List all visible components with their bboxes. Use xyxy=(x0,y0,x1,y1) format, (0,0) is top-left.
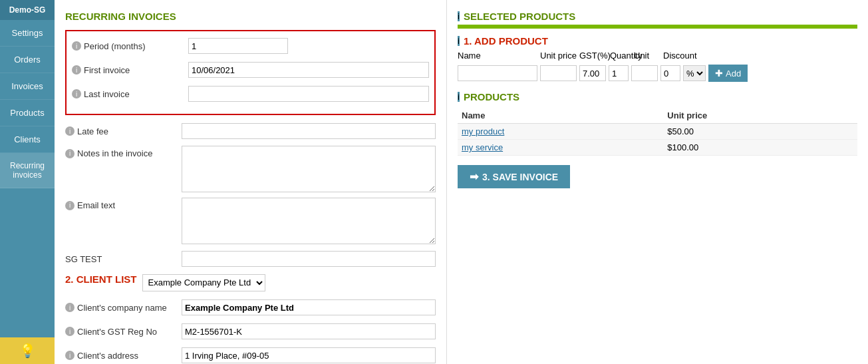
period-label: i Period (months) xyxy=(72,41,188,51)
last-invoice-info-icon[interactable]: i xyxy=(72,89,81,98)
period-info-icon[interactable]: i xyxy=(72,41,81,51)
products-info-icon[interactable]: i xyxy=(458,92,460,102)
add-product-headers: Name Unit price GST(%) Quantity Unit Dis… xyxy=(458,51,857,61)
period-input[interactable] xyxy=(188,38,288,54)
first-invoice-label: i First invoice xyxy=(72,65,188,75)
table-row: my product$50.00 xyxy=(458,124,857,140)
add-product-section: i 1. ADD PRODUCT Name Unit price GST(%) … xyxy=(458,35,857,82)
selected-products-bar xyxy=(458,25,857,29)
add-plus-icon: ✚ xyxy=(715,68,723,79)
notes-info-icon[interactable]: i xyxy=(65,149,74,158)
col-unitprice-header: Unit price xyxy=(663,108,857,124)
client-company-row: i Client's company name xyxy=(65,298,436,317)
late-fee-info-icon[interactable]: i xyxy=(65,126,74,136)
client-list-select[interactable]: Example Company Pte Ltd xyxy=(142,274,265,291)
ap-gst-input[interactable] xyxy=(579,65,606,81)
save-invoice-arrow-icon: ➡ xyxy=(470,170,478,183)
sidebar-item-orders[interactable]: Orders xyxy=(0,47,55,73)
ap-price-input[interactable] xyxy=(540,65,577,81)
add-product-header-row: i 1. ADD PRODUCT xyxy=(458,35,857,47)
sg-test-label: SG TEST xyxy=(65,254,182,264)
first-invoice-input[interactable] xyxy=(188,62,429,78)
add-product-button[interactable]: ✚ Add xyxy=(708,65,748,82)
late-fee-label: i Late fee xyxy=(65,126,182,136)
client-company-input[interactable] xyxy=(182,299,436,315)
col-name-header: Name xyxy=(458,108,663,124)
ap-qty-input[interactable] xyxy=(609,65,629,81)
products-header-row: i PRODUCTS xyxy=(458,91,857,102)
sg-test-input[interactable] xyxy=(182,251,436,267)
recurring-invoices-title: RECURRING INVOICES xyxy=(65,11,436,22)
products-title: PRODUCTS xyxy=(464,91,519,102)
sidebar-item-recurring[interactable]: Recurring invoices xyxy=(0,153,55,188)
last-invoice-input[interactable] xyxy=(188,86,429,102)
table-row: my service$100.00 xyxy=(458,140,857,156)
ap-discount-type-select[interactable]: % $ xyxy=(683,65,706,81)
client-address-input[interactable] xyxy=(182,347,436,363)
add-product-form: % $ ✚ Add xyxy=(458,65,857,82)
notes-textarea[interactable] xyxy=(182,146,436,192)
last-invoice-row: i Last invoice xyxy=(72,85,429,103)
save-invoice-button[interactable]: ➡ 3. SAVE INVOICE xyxy=(458,165,570,188)
client-address-label: i Client's address xyxy=(65,351,182,361)
add-product-title: 1. ADD PRODUCT xyxy=(464,35,548,47)
left-panel: RECURRING INVOICES i Period (months) i F… xyxy=(55,0,447,364)
selected-products-title: SELECTED PRODUCTS xyxy=(464,11,575,22)
first-invoice-row: i First invoice xyxy=(72,61,429,79)
sidebar-demo-label: Demo-SG xyxy=(0,0,55,20)
main-content: RECURRING INVOICES i Period (months) i F… xyxy=(55,0,868,364)
client-address-info-icon[interactable]: i xyxy=(65,351,74,360)
client-list-row: 2. CLIENT LIST Example Company Pte Ltd xyxy=(65,273,436,291)
sidebar-bottom-icon: 💡 xyxy=(0,337,55,364)
add-product-info-icon[interactable]: i xyxy=(458,36,460,46)
last-invoice-label: i Last invoice xyxy=(72,89,188,99)
client-gst-row: i Client's GST Reg No xyxy=(65,322,436,341)
ap-name-header: Name xyxy=(458,51,537,61)
sidebar-item-settings[interactable]: Settings xyxy=(0,20,55,47)
ap-unit-header: Unit xyxy=(634,51,660,61)
notes-row: i Notes in the invoice xyxy=(65,146,436,192)
sidebar: Demo-SG Settings Orders Invoices Product… xyxy=(0,0,55,364)
right-panel: i SELECTED PRODUCTS i 1. ADD PRODUCT Nam… xyxy=(447,0,868,364)
products-section: i PRODUCTS Name Unit price my product$50… xyxy=(458,91,857,156)
period-row: i Period (months) xyxy=(72,37,429,55)
client-list-title: 2. CLIENT LIST xyxy=(65,273,137,285)
ap-unit-input[interactable] xyxy=(631,65,658,81)
recurring-box: i Period (months) i First invoice i Last… xyxy=(65,30,436,115)
product-link[interactable]: my product xyxy=(462,126,504,136)
first-invoice-info-icon[interactable]: i xyxy=(72,65,81,75)
sidebar-item-invoices[interactable]: Invoices xyxy=(0,73,55,100)
product-price-cell: $100.00 xyxy=(663,140,857,156)
late-fee-row: i Late fee xyxy=(65,122,436,140)
late-fee-input[interactable] xyxy=(182,123,436,139)
client-gst-input[interactable] xyxy=(182,323,436,339)
email-text-info-icon[interactable]: i xyxy=(65,201,74,210)
sg-test-row: SG TEST xyxy=(65,250,436,268)
email-text-row: i Email text xyxy=(65,198,436,244)
client-company-info-icon[interactable]: i xyxy=(65,303,74,312)
product-link[interactable]: my service xyxy=(462,142,503,152)
email-text-label: i Email text xyxy=(65,198,182,210)
notes-label: i Notes in the invoice xyxy=(65,146,182,158)
client-company-label: i Client's company name xyxy=(65,303,182,313)
selected-products-header: i SELECTED PRODUCTS xyxy=(458,11,857,22)
product-price-cell: $50.00 xyxy=(663,124,857,140)
ap-gst-header: GST(%) xyxy=(579,51,607,61)
ap-name-input[interactable] xyxy=(458,65,537,81)
product-name-cell[interactable]: my product xyxy=(458,124,663,140)
ap-discount-input[interactable] xyxy=(660,65,680,81)
ap-discount-header: Discount xyxy=(663,51,710,61)
email-text-textarea[interactable] xyxy=(182,198,436,244)
ap-qty-header: Quantity xyxy=(610,51,631,61)
products-table: Name Unit price my product$50.00my servi… xyxy=(458,108,857,156)
save-invoice-label: 3. SAVE INVOICE xyxy=(482,172,558,182)
client-gst-info-icon[interactable]: i xyxy=(65,327,74,336)
client-address-row: i Client's address xyxy=(65,346,436,364)
selected-products-info-icon[interactable]: i xyxy=(458,11,460,21)
ap-unitprice-header: Unit price xyxy=(540,51,577,61)
client-gst-label: i Client's GST Reg No xyxy=(65,327,182,337)
sidebar-item-products[interactable]: Products xyxy=(0,100,55,126)
product-name-cell[interactable]: my service xyxy=(458,140,663,156)
sidebar-item-clients[interactable]: Clients xyxy=(0,126,55,153)
add-button-label: Add xyxy=(726,69,741,79)
